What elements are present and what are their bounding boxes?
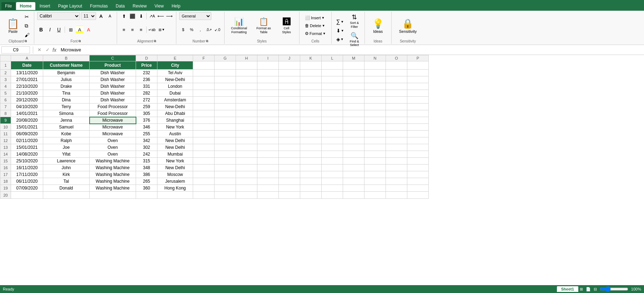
empty-cell[interactable] bbox=[300, 131, 322, 137]
empty-cell[interactable] bbox=[386, 83, 407, 90]
empty-cell[interactable] bbox=[364, 144, 386, 151]
cell-C6[interactable]: Dish Washer bbox=[90, 97, 136, 103]
cell-C9[interactable]: Microwave bbox=[90, 117, 136, 124]
find-select-button[interactable]: 🔍 Find &Select bbox=[347, 31, 362, 49]
cell-A13[interactable]: 15/01/2021 bbox=[11, 144, 43, 151]
cell-D7[interactable]: 259 bbox=[136, 103, 157, 110]
cell-A2[interactable]: 13/11/2020 bbox=[11, 70, 43, 76]
cell-E2[interactable]: Tel Aviv bbox=[157, 70, 193, 76]
cell-C4[interactable]: Dish Washer bbox=[90, 83, 136, 90]
cell-B8[interactable]: Simona bbox=[43, 110, 90, 117]
empty-cell[interactable] bbox=[279, 117, 300, 124]
empty-cell[interactable] bbox=[322, 117, 343, 124]
wrap-text-button[interactable]: ↵ab bbox=[148, 26, 156, 34]
row-header-6[interactable]: 6 bbox=[0, 97, 11, 103]
empty-cell[interactable] bbox=[364, 185, 386, 192]
empty-cell[interactable] bbox=[386, 185, 407, 192]
empty-cell[interactable] bbox=[407, 171, 429, 178]
cell-B17[interactable]: Kirk bbox=[43, 171, 90, 178]
empty-cell[interactable] bbox=[257, 110, 279, 117]
tab-view[interactable]: View bbox=[151, 2, 167, 10]
empty-cell[interactable] bbox=[407, 124, 429, 131]
empty-cell[interactable] bbox=[386, 117, 407, 124]
empty-cell[interactable] bbox=[257, 103, 279, 110]
empty-cell[interactable] bbox=[386, 131, 407, 137]
cell-styles-button[interactable]: 🅰 CellStyles bbox=[277, 15, 296, 36]
cell-C16[interactable]: Washing Machine bbox=[90, 165, 136, 171]
empty-cell[interactable] bbox=[364, 117, 386, 124]
empty-cell[interactable] bbox=[364, 90, 386, 97]
empty-cell[interactable] bbox=[343, 137, 364, 144]
align-top-button[interactable]: ⬆ bbox=[120, 12, 128, 20]
empty-cell[interactable] bbox=[322, 178, 343, 185]
cell-E14[interactable]: Mumbai bbox=[157, 151, 193, 158]
empty-cell[interactable] bbox=[193, 70, 215, 76]
col-header-n[interactable]: N bbox=[364, 55, 386, 61]
borders-button[interactable]: ⊞ bbox=[67, 26, 75, 34]
empty-cell[interactable] bbox=[236, 185, 257, 192]
paste-button[interactable]: 📋 Paste bbox=[4, 16, 22, 35]
empty-cell[interactable] bbox=[236, 178, 257, 185]
empty-cell[interactable] bbox=[300, 185, 322, 192]
cell-E7[interactable]: New-Delhi bbox=[157, 103, 193, 110]
empty-cell[interactable] bbox=[343, 151, 364, 158]
empty-cell[interactable] bbox=[343, 192, 364, 199]
cell-E5[interactable]: Dubai bbox=[157, 90, 193, 97]
row-header-8[interactable]: 8 bbox=[0, 110, 11, 117]
empty-cell[interactable] bbox=[407, 137, 429, 144]
empty-cell[interactable] bbox=[193, 144, 215, 151]
empty-cell[interactable] bbox=[236, 124, 257, 131]
cell-A12[interactable]: 02/11/2020 bbox=[11, 137, 43, 144]
cell-E8[interactable]: Abu Dhabi bbox=[157, 110, 193, 117]
page-layout-icon[interactable]: 📄 bbox=[586, 287, 591, 291]
empty-cell[interactable] bbox=[407, 192, 429, 199]
bold-button[interactable]: B bbox=[37, 26, 45, 34]
empty-cell[interactable] bbox=[215, 158, 236, 165]
empty-cell[interactable] bbox=[322, 76, 343, 83]
empty-cell[interactable] bbox=[407, 70, 429, 76]
tab-review[interactable]: Review bbox=[129, 2, 150, 10]
empty-cell[interactable] bbox=[236, 103, 257, 110]
cell-E11[interactable]: Austin bbox=[157, 131, 193, 137]
empty-cell[interactable] bbox=[136, 192, 157, 199]
empty-cell[interactable] bbox=[193, 171, 215, 178]
empty-cell[interactable] bbox=[386, 76, 407, 83]
cell-C10[interactable]: Microwave bbox=[90, 124, 136, 131]
col-header-h[interactable]: H bbox=[236, 55, 257, 61]
cell-ref-input[interactable] bbox=[1, 46, 30, 54]
empty-cell[interactable] bbox=[257, 165, 279, 171]
normal-view-icon[interactable]: ⊞ bbox=[580, 287, 583, 291]
formula-input[interactable] bbox=[59, 47, 643, 52]
empty-cell[interactable] bbox=[407, 131, 429, 137]
font-size-select[interactable]: 11 bbox=[81, 12, 96, 20]
empty-cell[interactable] bbox=[300, 144, 322, 151]
comma-button[interactable]: , bbox=[196, 26, 204, 34]
empty-cell[interactable] bbox=[386, 192, 407, 199]
row-header-5[interactable]: 5 bbox=[0, 90, 11, 97]
align-left-button[interactable]: ≡ bbox=[120, 26, 128, 34]
sensitivity-button[interactable]: 🔒 Sensitivity bbox=[396, 16, 420, 35]
cell-B9[interactable]: Jenna bbox=[43, 117, 90, 124]
empty-cell[interactable] bbox=[364, 103, 386, 110]
spreadsheet-container[interactable]: A B C D E F G H I J K L M N O P 1DateCus… bbox=[0, 55, 644, 291]
empty-cell[interactable] bbox=[300, 76, 322, 83]
row-header-1[interactable]: 1 bbox=[0, 61, 11, 70]
empty-cell[interactable] bbox=[215, 110, 236, 117]
empty-cell[interactable] bbox=[215, 70, 236, 76]
row-header-16[interactable]: 16 bbox=[0, 165, 11, 171]
header-cell-A[interactable]: Date bbox=[11, 61, 43, 70]
empty-cell[interactable] bbox=[300, 90, 322, 97]
empty-cell[interactable] bbox=[322, 192, 343, 199]
empty-cell[interactable] bbox=[300, 110, 322, 117]
empty-cell[interactable] bbox=[300, 83, 322, 90]
header-cell-E[interactable]: City bbox=[157, 61, 193, 70]
empty-cell[interactable] bbox=[322, 165, 343, 171]
cell-E4[interactable]: London bbox=[157, 83, 193, 90]
cell-D14[interactable]: 242 bbox=[136, 151, 157, 158]
cut-button[interactable]: ✂ bbox=[23, 13, 31, 21]
empty-cell[interactable] bbox=[215, 171, 236, 178]
cell-C11[interactable]: Microwave bbox=[90, 131, 136, 137]
cell-B18[interactable]: Tal bbox=[43, 178, 90, 185]
cell-A9[interactable]: 20/08/2020 bbox=[11, 117, 43, 124]
empty-cell[interactable] bbox=[300, 178, 322, 185]
